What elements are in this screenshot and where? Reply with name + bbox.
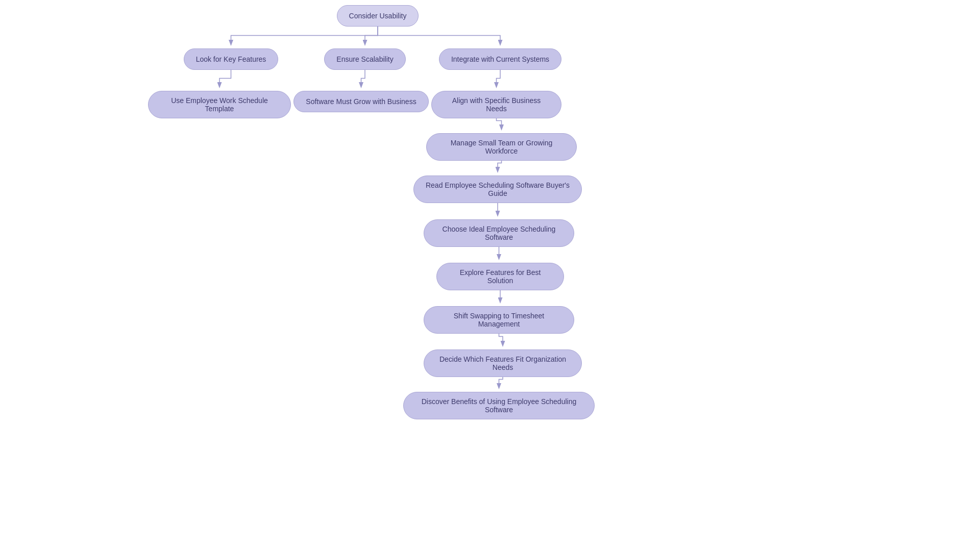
node-n3: Integrate with Current Systems <box>439 48 561 70</box>
diagram-container: Consider UsabilityLook for Key FeaturesE… <box>0 0 980 551</box>
node-n12: Decide Which Features Fit Organization N… <box>424 349 582 377</box>
node-n6: Align with Specific Business Needs <box>431 91 561 118</box>
node-n7: Manage Small Team or Growing Workforce <box>426 133 577 161</box>
node-root: Consider Usability <box>337 5 419 27</box>
node-n4: Use Employee Work Schedule Template <box>148 91 291 118</box>
node-n1: Look for Key Features <box>184 48 278 70</box>
node-n2: Ensure Scalability <box>324 48 406 70</box>
node-n10: Explore Features for Best Solution <box>436 263 564 290</box>
node-n5: Software Must Grow with Business <box>293 91 429 112</box>
node-n9: Choose Ideal Employee Scheduling Softwar… <box>424 219 574 247</box>
node-n11: Shift Swapping to Timesheet Management <box>424 306 574 334</box>
node-n8: Read Employee Scheduling Software Buyer'… <box>413 176 582 203</box>
node-n13: Discover Benefits of Using Employee Sche… <box>403 392 595 419</box>
